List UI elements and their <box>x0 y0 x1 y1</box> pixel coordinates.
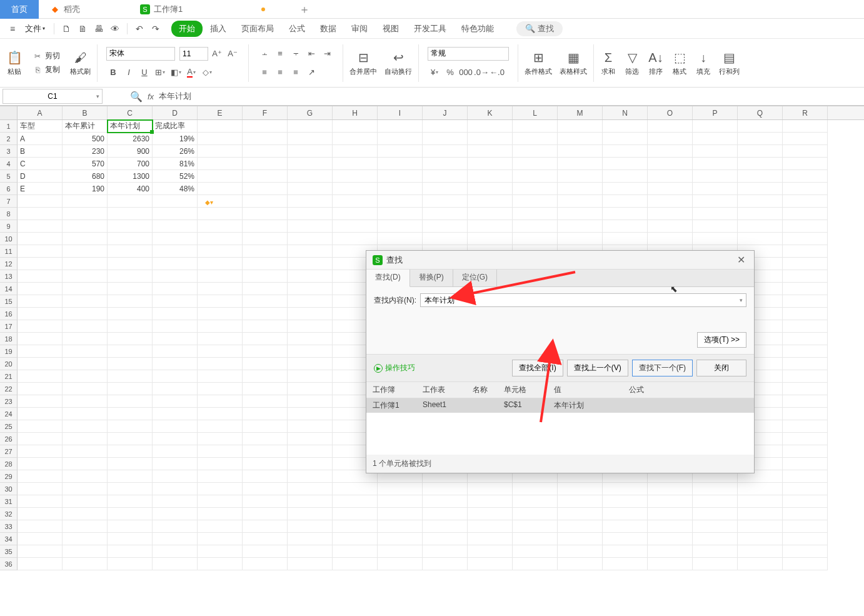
cell[interactable] <box>243 270 288 283</box>
column-header[interactable]: E <box>198 106 243 119</box>
cell[interactable] <box>288 333 333 345</box>
cell[interactable] <box>108 445 153 458</box>
cell[interactable] <box>63 245 108 258</box>
cell[interactable] <box>693 495 738 508</box>
cell[interactable] <box>423 233 468 245</box>
cell[interactable] <box>153 545 198 558</box>
cell[interactable] <box>108 558 153 570</box>
cell[interactable] <box>333 233 378 245</box>
cell[interactable] <box>468 520 513 533</box>
cell[interactable] <box>558 533 603 545</box>
cell[interactable] <box>18 333 63 345</box>
cell[interactable] <box>468 120 513 133</box>
ribbon-tab-formula[interactable]: 公式 <box>281 21 313 37</box>
row-header[interactable]: 15 <box>0 295 18 308</box>
cell[interactable] <box>558 133 603 145</box>
cell[interactable] <box>153 408 198 420</box>
cell[interactable] <box>783 395 828 408</box>
cell[interactable]: 500 <box>63 133 108 145</box>
cell[interactable] <box>108 270 153 283</box>
cell[interactable] <box>693 145 738 158</box>
cell[interactable] <box>783 558 828 570</box>
cell[interactable] <box>603 120 648 133</box>
cell[interactable] <box>243 470 288 483</box>
cell[interactable] <box>423 558 468 570</box>
cell[interactable] <box>198 408 243 420</box>
cell[interactable] <box>243 383 288 395</box>
cell[interactable] <box>603 133 648 145</box>
search-fx-icon[interactable]: 🔍 <box>130 91 143 103</box>
cell[interactable] <box>153 383 198 395</box>
cell[interactable] <box>153 483 198 495</box>
cell[interactable] <box>198 345 243 358</box>
cell[interactable] <box>603 483 648 495</box>
cell[interactable] <box>783 133 828 145</box>
cell[interactable]: 完成比率 <box>153 120 198 133</box>
cell[interactable] <box>288 133 333 145</box>
italic-icon[interactable]: I <box>122 66 136 79</box>
row-header[interactable]: 30 <box>0 483 18 495</box>
cell[interactable] <box>153 308 198 320</box>
cell[interactable]: 570 <box>63 158 108 170</box>
cell[interactable] <box>198 258 243 270</box>
cell[interactable] <box>738 558 783 570</box>
cell[interactable] <box>18 220 63 233</box>
cell[interactable] <box>738 533 783 545</box>
fx-icon[interactable]: fx <box>148 92 154 101</box>
cell[interactable] <box>378 558 423 570</box>
cell[interactable] <box>603 170 648 183</box>
row-header[interactable]: 22 <box>0 383 18 395</box>
format-painter-button[interactable]: 🖌 格式刷 <box>69 49 92 76</box>
cell[interactable] <box>198 545 243 558</box>
cell[interactable] <box>18 358 63 370</box>
rowcol-button[interactable]: ▤ 行和列 <box>718 49 741 76</box>
redo-icon[interactable]: ↷ <box>149 22 163 36</box>
cell[interactable] <box>738 483 783 495</box>
formula-input[interactable] <box>159 92 409 101</box>
cell[interactable] <box>333 170 378 183</box>
cell[interactable] <box>423 183 468 195</box>
cell[interactable] <box>198 508 243 520</box>
column-header[interactable]: P <box>693 106 738 119</box>
cell[interactable] <box>18 495 63 508</box>
cell[interactable] <box>783 495 828 508</box>
cell[interactable] <box>378 158 423 170</box>
cell[interactable] <box>558 220 603 233</box>
cell[interactable] <box>18 233 63 245</box>
tab-find[interactable]: 查找(D) <box>366 270 410 287</box>
cell[interactable] <box>243 320 288 333</box>
ribbon-tab-review[interactable]: 审阅 <box>344 21 375 37</box>
cell[interactable] <box>648 120 693 133</box>
cell[interactable] <box>783 270 828 283</box>
row-header[interactable]: 16 <box>0 308 18 320</box>
cell[interactable] <box>18 483 63 495</box>
cell[interactable] <box>63 195 108 208</box>
cell[interactable] <box>198 445 243 458</box>
cell[interactable] <box>63 233 108 245</box>
cell[interactable] <box>288 345 333 358</box>
cell[interactable] <box>198 245 243 258</box>
cell[interactable] <box>198 133 243 145</box>
cell[interactable] <box>423 145 468 158</box>
cell[interactable] <box>18 195 63 208</box>
cell[interactable] <box>423 133 468 145</box>
sort-button[interactable]: A↓ 排序 <box>646 49 665 76</box>
cell[interactable] <box>603 145 648 158</box>
cell[interactable] <box>243 195 288 208</box>
cell[interactable] <box>18 295 63 308</box>
cell[interactable] <box>783 233 828 245</box>
cell[interactable]: 81% <box>153 158 198 170</box>
cell[interactable] <box>153 508 198 520</box>
cell[interactable] <box>558 483 603 495</box>
cell[interactable] <box>18 533 63 545</box>
row-header[interactable]: 14 <box>0 283 18 295</box>
cell[interactable] <box>468 158 513 170</box>
cell[interactable] <box>18 395 63 408</box>
cell[interactable] <box>63 208 108 220</box>
cell[interactable] <box>108 308 153 320</box>
cell[interactable] <box>468 558 513 570</box>
cell[interactable] <box>243 445 288 458</box>
cell[interactable] <box>243 408 288 420</box>
cell[interactable] <box>63 270 108 283</box>
cell[interactable] <box>18 345 63 358</box>
